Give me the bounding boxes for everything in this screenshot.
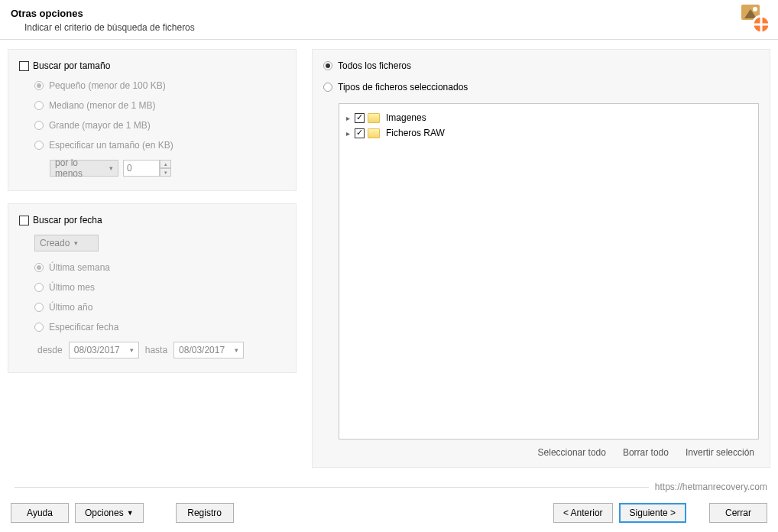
date-to-input[interactable]: 08/03/2017 ▾ xyxy=(173,342,244,358)
chevron-down-icon: ▾ xyxy=(130,346,134,354)
size-mode-combo[interactable]: por lo menos ▾ xyxy=(50,160,118,177)
size-small-label: Pequeño (menor de 100 KB) xyxy=(49,80,166,91)
wizard-footer: Ayuda Opciones ▼ Registro < Anterior Sig… xyxy=(11,503,767,523)
tree-checkbox[interactable] xyxy=(355,128,365,138)
date-from-label: desde xyxy=(37,345,63,355)
date-type-value: Creado xyxy=(40,238,70,248)
size-small-radio[interactable] xyxy=(34,81,44,90)
selected-types-radio[interactable] xyxy=(323,83,332,92)
footer-url[interactable]: https://hetmanrecovery.com xyxy=(655,482,767,492)
date-week-radio[interactable] xyxy=(34,263,44,272)
help-button[interactable]: Ayuda xyxy=(11,503,69,523)
tree-label: Ficheros RAW xyxy=(386,128,445,138)
all-files-label: Todos los ficheros xyxy=(338,60,411,71)
tree-label: Imagenes xyxy=(386,112,426,123)
chevron-down-icon: ▾ xyxy=(109,164,113,172)
app-logo-icon xyxy=(740,3,770,34)
chevron-down-icon: ▾ xyxy=(74,239,78,247)
size-value-spinner[interactable]: ▴ ▾ xyxy=(123,160,171,177)
search-by-date-checkbox[interactable] xyxy=(19,216,29,225)
spin-up-icon[interactable]: ▴ xyxy=(160,160,171,168)
page-title: Otras opciones xyxy=(11,8,767,19)
footer-url-row: https://hetmanrecovery.com xyxy=(15,482,767,492)
size-large-radio[interactable] xyxy=(34,121,44,130)
search-by-date-label: Buscar por fecha xyxy=(33,215,102,225)
tree-item-images[interactable]: ▸ Imagenes xyxy=(344,110,754,125)
date-week-label: Última semana xyxy=(49,262,110,273)
log-button[interactable]: Registro xyxy=(176,503,234,523)
close-button[interactable]: Cerrar xyxy=(709,503,767,523)
size-large-label: Grande (mayor de 1 MB) xyxy=(49,120,151,131)
size-mode-value: por lo menos xyxy=(55,157,105,179)
wizard-header: Otras opciones Indicar el criterio de bú… xyxy=(0,0,778,40)
search-by-size-label: Buscar por tamaño xyxy=(33,60,110,71)
search-by-size-checkbox[interactable] xyxy=(19,61,29,71)
size-medium-radio[interactable] xyxy=(34,101,44,110)
size-specify-label: Especificar un tamaño (en KB) xyxy=(49,140,173,151)
search-by-size-panel: Buscar por tamaño Pequeño (menor de 100 … xyxy=(8,49,297,191)
date-from-input[interactable]: 08/03/2017 ▾ xyxy=(69,342,139,358)
selected-types-label: Tipos de ficheros seleccionados xyxy=(338,82,468,92)
date-year-label: Último año xyxy=(49,302,92,313)
size-specify-radio[interactable] xyxy=(34,141,44,150)
expand-icon[interactable]: ▸ xyxy=(344,114,352,122)
page-subtitle: Indicar el criterio de búsqueda de fiche… xyxy=(24,22,767,33)
invert-selection-link[interactable]: Invertir selección xyxy=(686,447,754,458)
tree-checkbox[interactable] xyxy=(355,113,365,123)
date-to-value: 08/03/2017 xyxy=(179,345,225,355)
date-type-combo[interactable]: Creado ▾ xyxy=(34,235,99,251)
svg-point-2 xyxy=(753,7,757,11)
clear-all-link[interactable]: Borrar todo xyxy=(623,447,669,458)
folder-icon xyxy=(368,128,380,138)
select-all-link[interactable]: Seleccionar todo xyxy=(538,447,606,458)
next-button[interactable]: Siguiente > xyxy=(619,503,686,523)
caret-down-icon: ▼ xyxy=(127,509,134,517)
date-specify-label: Especificar fecha xyxy=(49,322,118,332)
all-files-radio[interactable] xyxy=(323,61,332,70)
date-month-label: Último mes xyxy=(49,282,95,293)
file-types-panel: Todos los ficheros Tipos de ficheros sel… xyxy=(312,49,770,468)
tree-item-raw[interactable]: ▸ Ficheros RAW xyxy=(344,125,754,141)
back-button[interactable]: < Anterior xyxy=(553,503,613,523)
chevron-down-icon: ▾ xyxy=(235,346,238,354)
date-from-value: 08/03/2017 xyxy=(74,345,120,355)
size-value-input[interactable] xyxy=(123,160,160,177)
size-medium-label: Mediano (menor de 1 MB) xyxy=(49,100,155,111)
search-by-date-panel: Buscar por fecha Creado ▾ Última semana … xyxy=(8,203,297,373)
date-to-label: hasta xyxy=(145,345,167,355)
options-button[interactable]: Opciones ▼ xyxy=(75,503,144,523)
expand-icon[interactable]: ▸ xyxy=(344,129,352,138)
date-specify-radio[interactable] xyxy=(34,323,44,332)
file-types-tree[interactable]: ▸ Imagenes ▸ Ficheros RAW xyxy=(339,103,759,440)
date-month-radio[interactable] xyxy=(34,283,44,292)
date-year-radio[interactable] xyxy=(34,303,44,312)
folder-icon xyxy=(368,113,380,123)
spin-down-icon[interactable]: ▾ xyxy=(160,168,171,177)
